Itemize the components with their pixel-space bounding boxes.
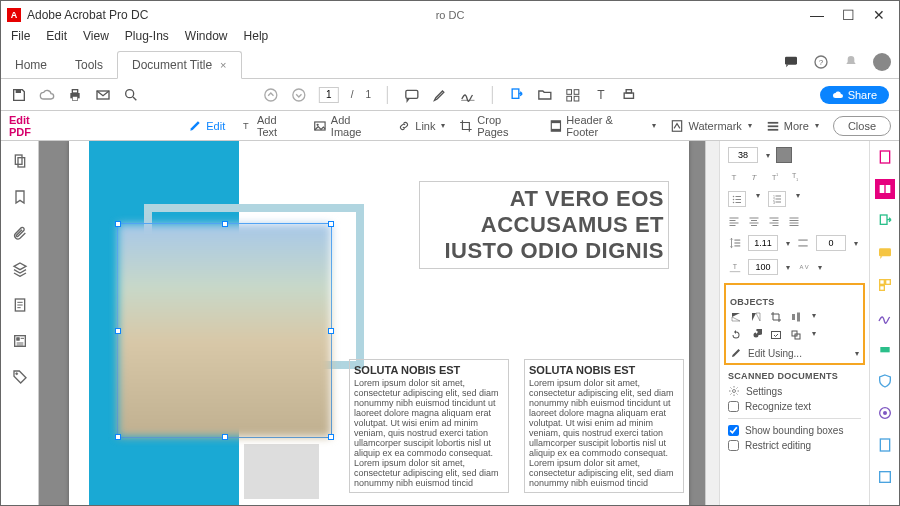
align-right-icon[interactable] bbox=[768, 215, 780, 227]
rotate-ccw-icon[interactable] bbox=[730, 329, 742, 341]
print-tool[interactable] bbox=[875, 339, 895, 359]
settings-button[interactable]: Settings bbox=[728, 385, 861, 397]
color-swatch[interactable] bbox=[776, 147, 792, 163]
redact-print-icon[interactable] bbox=[621, 87, 637, 103]
fill-sign-tool[interactable] bbox=[875, 307, 895, 327]
resize-handle-se[interactable] bbox=[328, 434, 334, 440]
header-footer-button[interactable]: Header & Footer▾ bbox=[549, 114, 657, 138]
comment-icon[interactable] bbox=[404, 87, 420, 103]
resize-handle-n[interactable] bbox=[222, 221, 228, 227]
tag-icon[interactable] bbox=[12, 369, 28, 385]
pdf-page[interactable]: AT VERO EOS ACCUSAMUS ET IUSTO ODIO DIGN… bbox=[69, 141, 689, 506]
layers-icon[interactable] bbox=[12, 261, 28, 277]
resize-handle-s[interactable] bbox=[222, 434, 228, 440]
page-icon-nav[interactable] bbox=[12, 297, 28, 313]
menu-file[interactable]: File bbox=[5, 29, 36, 49]
export-tool[interactable] bbox=[875, 211, 895, 231]
resize-handle-nw[interactable] bbox=[115, 221, 121, 227]
help-icon[interactable]: ? bbox=[813, 54, 829, 70]
folder-icon[interactable] bbox=[537, 87, 553, 103]
line-height-input[interactable] bbox=[748, 235, 778, 251]
bell-icon[interactable] bbox=[843, 54, 859, 70]
tracking-input[interactable] bbox=[748, 259, 778, 275]
create-pdf-tool[interactable] bbox=[875, 147, 895, 167]
close-editpdf-button[interactable]: Close bbox=[833, 116, 891, 136]
page-down-icon[interactable] bbox=[291, 87, 307, 103]
tab-document[interactable]: Document Title × bbox=[117, 51, 241, 79]
chat-icon[interactable] bbox=[783, 54, 799, 70]
watermark-button[interactable]: Watermark▾ bbox=[670, 119, 751, 133]
attachment-icon[interactable] bbox=[12, 225, 28, 241]
print-icon[interactable] bbox=[67, 87, 83, 103]
crop-object-icon[interactable] bbox=[770, 311, 782, 323]
tab-home[interactable]: Home bbox=[1, 52, 61, 78]
text-column-1[interactable]: SOLUTA NOBIS EST Lorem ipsum dolor sit a… bbox=[349, 359, 509, 493]
subscript-icon[interactable]: T1 bbox=[788, 171, 800, 183]
add-text-button[interactable]: T Add Text bbox=[239, 114, 299, 138]
organize-icon[interactable] bbox=[565, 87, 581, 103]
more-button[interactable]: More▾ bbox=[766, 119, 819, 133]
number-list-button[interactable]: 123 bbox=[768, 191, 786, 207]
sign-icon[interactable] bbox=[460, 87, 476, 103]
mail-icon[interactable] bbox=[95, 87, 111, 103]
compress-tool[interactable] bbox=[875, 435, 895, 455]
font-size-caret[interactable]: ▾ bbox=[766, 151, 770, 160]
menu-window[interactable]: Window bbox=[179, 29, 234, 49]
text-style-t1-icon[interactable]: T bbox=[728, 171, 740, 183]
zoom-icon[interactable] bbox=[123, 87, 139, 103]
text-style-t2-icon[interactable]: T bbox=[748, 171, 760, 183]
text-column-2[interactable]: SOLUTA NOBIS EST Lorem ipsum dolor sit a… bbox=[524, 359, 684, 493]
rotate-cw-icon[interactable] bbox=[750, 329, 762, 341]
form-icon[interactable] bbox=[12, 333, 28, 349]
close-window-button[interactable]: ✕ bbox=[873, 7, 885, 23]
comment-tool[interactable] bbox=[875, 243, 895, 263]
selected-image[interactable] bbox=[117, 223, 332, 438]
organize-tool[interactable] bbox=[875, 275, 895, 295]
edit-pdf-tool[interactable] bbox=[875, 179, 895, 199]
maximize-button[interactable]: ☐ bbox=[842, 7, 855, 23]
menu-help[interactable]: Help bbox=[238, 29, 275, 49]
minimize-button[interactable]: — bbox=[810, 7, 824, 23]
resize-handle-ne[interactable] bbox=[328, 221, 334, 227]
recognize-text-checkbox[interactable] bbox=[728, 401, 739, 412]
edit-using-button[interactable]: Edit Using... ▾ bbox=[730, 347, 859, 359]
save-icon[interactable] bbox=[11, 87, 27, 103]
document-canvas[interactable]: AT VERO EOS ACCUSAMUS ET IUSTO ODIO DIGN… bbox=[39, 141, 719, 506]
align-center-icon[interactable] bbox=[748, 215, 760, 227]
enhance-tool[interactable] bbox=[875, 403, 895, 423]
replace-image-icon[interactable] bbox=[770, 329, 782, 341]
export-icon[interactable] bbox=[509, 87, 525, 103]
resize-handle-sw[interactable] bbox=[115, 434, 121, 440]
crop-button[interactable]: Crop Pages bbox=[459, 114, 534, 138]
menu-view[interactable]: View bbox=[77, 29, 115, 49]
thumbnails-icon[interactable] bbox=[12, 153, 28, 169]
font-size-input[interactable] bbox=[728, 147, 758, 163]
spacing-input[interactable] bbox=[816, 235, 846, 251]
restrict-editing-checkbox[interactable] bbox=[728, 440, 739, 451]
highlight-icon[interactable] bbox=[432, 87, 448, 103]
text-icon[interactable]: T bbox=[593, 87, 609, 103]
protect-tool[interactable] bbox=[875, 371, 895, 391]
arrange-icon[interactable] bbox=[790, 329, 802, 341]
flip-horizontal-icon[interactable] bbox=[750, 311, 762, 323]
link-button[interactable]: Link▾ bbox=[397, 119, 445, 133]
bullet-list-button[interactable] bbox=[728, 191, 746, 207]
avatar[interactable] bbox=[873, 53, 891, 71]
bookmark-icon[interactable] bbox=[12, 189, 28, 205]
menu-edit[interactable]: Edit bbox=[40, 29, 73, 49]
more-tools[interactable] bbox=[875, 467, 895, 487]
page-current-input[interactable] bbox=[319, 87, 339, 103]
resize-handle-w[interactable] bbox=[115, 328, 121, 334]
bullet-caret[interactable]: ▾ bbox=[756, 191, 760, 207]
tab-close-icon[interactable]: × bbox=[220, 59, 226, 71]
resize-handle-e[interactable] bbox=[328, 328, 334, 334]
show-boxes-checkbox[interactable] bbox=[728, 425, 739, 436]
tab-tools[interactable]: Tools bbox=[61, 52, 117, 78]
headline-text-box[interactable]: AT VERO EOS ACCUSAMUS ET IUSTO ODIO DIGN… bbox=[419, 181, 669, 269]
add-image-button[interactable]: Add Image bbox=[313, 114, 383, 138]
number-caret[interactable]: ▾ bbox=[796, 191, 800, 207]
menu-plugins[interactable]: Plug-Ins bbox=[119, 29, 175, 49]
align-justify-icon[interactable] bbox=[788, 215, 800, 227]
vertical-scrollbar[interactable] bbox=[705, 141, 719, 506]
flip-vertical-icon[interactable] bbox=[730, 311, 742, 323]
